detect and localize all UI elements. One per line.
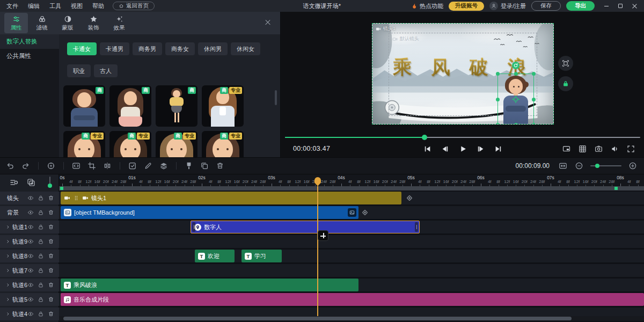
chip-商务男[interactable]: 商务男 xyxy=(133,42,162,55)
video-canvas[interactable]: 乘 风 破 浪 默认镜头 镜头1 xyxy=(372,23,554,125)
clip-[object TMBackground][interactable]: [object TMBackground] xyxy=(61,206,358,219)
chip-休闲女[interactable]: 休闲女 xyxy=(231,42,260,55)
ruler[interactable]: 0s4f8f12f16f20f24f28f01s4f8f12f16f20f24f… xyxy=(59,174,644,186)
skip-start-button[interactable] xyxy=(423,144,432,153)
chip-职业[interactable]: 职业 xyxy=(67,64,91,77)
track-header-轨道4[interactable]: 轨道4 xyxy=(0,308,59,320)
menu-视图[interactable]: 视图 xyxy=(71,2,83,10)
redo-button[interactable] xyxy=(21,161,31,171)
lock-button[interactable] xyxy=(558,76,573,91)
track-header-背景[interactable]: 背景 xyxy=(0,206,59,219)
toggle-visibility-button[interactable] xyxy=(27,209,34,216)
frame-select-button[interactable] xyxy=(558,56,573,71)
clip-镜头1[interactable]: 镜头1 xyxy=(61,192,401,204)
track-header-轨道9[interactable]: 轨道9 xyxy=(0,235,59,248)
login-button[interactable]: 登录/注册 xyxy=(489,2,526,10)
chip-卡通女[interactable]: 卡通女 xyxy=(67,42,97,55)
pip-button[interactable] xyxy=(562,144,571,153)
maximize-button[interactable] xyxy=(617,3,624,9)
panel-scrollbar[interactable] xyxy=(275,90,277,105)
delete-track-button[interactable] xyxy=(48,238,54,245)
clip-数字人[interactable]: 数字人 xyxy=(191,221,420,233)
timeline-hscroll-thumb[interactable] xyxy=(63,317,572,320)
selcheck-button[interactable] xyxy=(128,161,137,171)
toggle-visibility-button[interactable] xyxy=(27,311,34,317)
tab-滤镜[interactable]: 滤镜 xyxy=(30,13,54,33)
delete-track-button[interactable] xyxy=(48,224,54,230)
tab-属性[interactable]: 属性 xyxy=(4,13,28,33)
track-lane-轨道8[interactable]: T欢迎T学习 xyxy=(59,250,644,262)
sidebar-item-数字人替换[interactable]: 数字人替换 xyxy=(0,34,59,49)
lock-track-button[interactable] xyxy=(38,238,44,245)
tab-装饰[interactable]: 装饰 xyxy=(82,13,105,33)
add-keyframe-button[interactable] xyxy=(361,208,369,217)
toggle-visibility-button[interactable] xyxy=(27,238,34,245)
delete-track-button[interactable] xyxy=(48,282,54,288)
track-height-handle[interactable] xyxy=(48,184,52,188)
delete-track-button[interactable] xyxy=(48,209,54,216)
timeline-range-strip[interactable] xyxy=(59,186,644,191)
tab-效果[interactable]: 效果 xyxy=(107,13,131,33)
fullscreen-button[interactable] xyxy=(626,144,635,153)
clip-trim-left[interactable] xyxy=(192,222,195,232)
avatar-card-5[interactable]: 商专业 xyxy=(63,131,105,157)
hot-features-button[interactable]: 热点功能 xyxy=(411,2,443,10)
lock-track-button[interactable] xyxy=(38,195,44,201)
avatar-card-2[interactable]: 商 xyxy=(109,85,151,127)
track-header-轨道6[interactable]: 轨道6 xyxy=(0,279,59,291)
track-list-icon[interactable] xyxy=(10,178,18,187)
lock-track-button[interactable] xyxy=(38,296,44,303)
chip-卡通男[interactable]: 卡通男 xyxy=(100,42,129,55)
menu-帮助[interactable]: 帮助 xyxy=(92,2,104,10)
menu-编辑[interactable]: 编辑 xyxy=(28,2,40,10)
code-button[interactable] xyxy=(71,161,81,171)
copy-button[interactable] xyxy=(200,161,209,171)
pencil-button[interactable] xyxy=(143,161,153,171)
track-header-镜头[interactable]: 镜头 xyxy=(0,192,59,204)
toggle-visibility-button[interactable] xyxy=(27,267,34,274)
delete-track-button[interactable] xyxy=(48,253,54,259)
range-end-marker[interactable] xyxy=(614,187,618,190)
clip-trim-right[interactable] xyxy=(415,222,418,232)
delete-track-button[interactable] xyxy=(48,267,54,274)
save-button[interactable]: 保存 xyxy=(531,1,561,11)
clip-欢迎[interactable]: T欢迎 xyxy=(195,250,235,262)
rotate-handle[interactable] xyxy=(512,62,519,69)
speaker-button[interactable] xyxy=(610,144,619,153)
lock-track-button[interactable] xyxy=(38,209,44,216)
brush-button[interactable] xyxy=(184,161,194,171)
lock-track-button[interactable] xyxy=(38,282,44,288)
zoom-in-button[interactable] xyxy=(628,161,638,171)
skip-end-button[interactable] xyxy=(494,144,503,153)
play-button[interactable] xyxy=(458,144,467,153)
trash-button[interactable] xyxy=(215,161,225,171)
track-header-轨道5[interactable]: 轨道5 xyxy=(0,293,59,306)
delete-track-button[interactable] xyxy=(48,311,54,317)
track-lane-背景[interactable]: [object TMBackground] xyxy=(59,206,644,219)
tab-蒙版[interactable]: 蒙版 xyxy=(56,13,79,33)
add-keyframe-button[interactable] xyxy=(405,194,414,202)
menu-工具[interactable]: 工具 xyxy=(49,2,61,10)
delete-track-button[interactable] xyxy=(48,195,54,201)
delete-track-button[interactable] xyxy=(48,296,54,303)
undo-button[interactable] xyxy=(5,161,15,171)
lock-track-button[interactable] xyxy=(38,224,44,230)
preview-progress-bar[interactable] xyxy=(285,137,640,138)
grid-button[interactable] xyxy=(578,144,587,153)
anchor-button[interactable] xyxy=(46,161,56,171)
minimize-button[interactable] xyxy=(603,3,610,9)
clip-乘风破浪[interactable]: T乘风破浪 xyxy=(61,279,358,291)
avatar-card-1[interactable]: 商 xyxy=(63,85,105,127)
track-height-slider[interactable] xyxy=(49,177,50,185)
playhead-handle[interactable] xyxy=(314,177,321,184)
lock-track-button[interactable] xyxy=(38,253,44,259)
fit-timeline-button[interactable] xyxy=(558,161,568,171)
track-lane-轨道6[interactable]: T乘风破浪 xyxy=(59,279,644,291)
clip-学习[interactable]: T学习 xyxy=(241,250,282,262)
toggle-visibility-button[interactable] xyxy=(27,253,34,259)
anchor-point-icon[interactable] xyxy=(511,95,520,104)
mirror-button[interactable] xyxy=(103,161,112,171)
avatar-card-7[interactable]: 商专业 xyxy=(156,131,197,157)
avatar-card-8[interactable]: 商专业 xyxy=(202,131,244,157)
add-at-playhead-button[interactable] xyxy=(318,230,328,241)
